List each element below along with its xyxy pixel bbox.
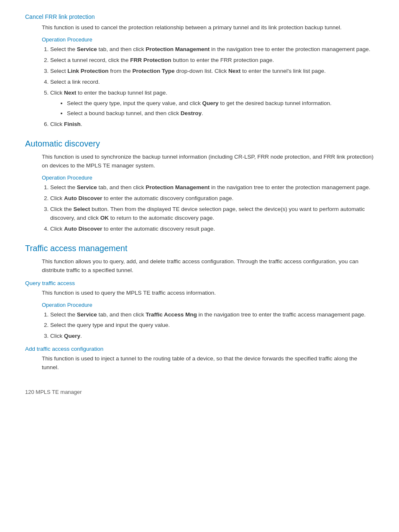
step-item: Select the Service tab, and then click P…: [50, 183, 374, 192]
step-item: Click Finish.: [50, 120, 374, 129]
cancel-frr-section: Cancel FRR link protection This function…: [25, 13, 374, 129]
traffic-access-mgmt-heading: Traffic access management: [25, 244, 374, 253]
query-traffic-access-heading: Query traffic access: [25, 280, 374, 286]
step-item: Click Auto Discover to enter the automat…: [50, 225, 374, 234]
auto-discovery-steps: Select the Service tab, and then click P…: [50, 183, 374, 234]
step-item: Select the Service tab, and then click P…: [50, 45, 374, 54]
query-traffic-access-op-label: Operation Procedure: [42, 302, 374, 308]
cancel-frr-body: This function is used to cancel the prot…: [42, 23, 374, 32]
auto-discovery-op-label: Operation Procedure: [42, 175, 374, 181]
cancel-frr-op-label: Operation Procedure: [42, 36, 374, 43]
bullet-item: Select a bound backup tunnel, and then c…: [67, 109, 374, 118]
step-item: Click Auto Discover to enter the automat…: [50, 194, 374, 203]
step-item: Click Next to enter the backup tunnel li…: [50, 89, 374, 118]
query-traffic-access-body: This function is used to query the MPLS …: [42, 289, 374, 298]
page-footer: 120 MPLS TE manager: [25, 389, 374, 395]
step-item: Select a tunnel record, click the FRR Pr…: [50, 56, 374, 65]
add-traffic-access-body: This function is used to inject a tunnel…: [42, 355, 374, 372]
bullet-item: Select the query type, input the query v…: [67, 99, 374, 108]
auto-discovery-body: This function is used to synchronize the…: [42, 153, 374, 170]
add-traffic-access-heading: Add traffic access configuration: [25, 346, 374, 352]
step-item: Select the Service tab, and then click T…: [50, 311, 374, 319]
cancel-frr-steps: Select the Service tab, and then click P…: [50, 45, 374, 129]
traffic-access-mgmt-body: This function allows you to query, add, …: [42, 257, 374, 275]
step-item: Select the query type and input the quer…: [50, 321, 374, 330]
query-traffic-access-section: Query traffic access This function is us…: [25, 280, 374, 341]
step-item: Select Link Protection from the Protecti…: [50, 67, 374, 76]
cancel-frr-heading: Cancel FRR link protection: [25, 13, 374, 20]
step-bullets: Select the query type, input the query v…: [67, 99, 374, 118]
auto-discovery-heading: Automatic discovery: [25, 139, 374, 149]
step-item: Select a link record.: [50, 78, 374, 87]
query-traffic-access-steps: Select the Service tab, and then click T…: [50, 311, 374, 341]
add-traffic-access-section: Add traffic access configuration This fu…: [25, 346, 374, 372]
step-item: Click Query.: [50, 332, 374, 341]
traffic-access-mgmt-section: Traffic access management This function …: [25, 244, 374, 275]
step-item: Click the Select button. Then from the d…: [50, 205, 374, 223]
auto-discovery-section: Automatic discovery This function is use…: [25, 139, 374, 233]
